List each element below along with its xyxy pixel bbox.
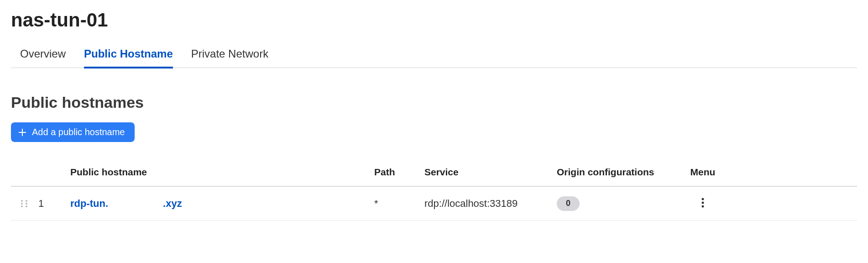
svg-point-3 <box>26 200 27 202</box>
tab-private-network[interactable]: Private Network <box>191 47 268 68</box>
col-hostname-header: Public hostname <box>70 167 374 178</box>
kebab-icon <box>701 198 704 208</box>
hostnames-table: Public hostname Path Service Origin conf… <box>11 162 857 221</box>
tabs: Overview Public Hostname Private Network <box>11 47 857 68</box>
add-button-label: Add a public hostname <box>32 127 125 137</box>
hostname-link[interactable]: rdp-tun..xyz <box>70 198 182 209</box>
section-title: Public hostnames <box>11 94 857 111</box>
page-title: nas-tun-01 <box>11 9 857 31</box>
add-public-hostname-button[interactable]: Add a public hostname <box>11 122 135 142</box>
svg-point-10 <box>702 205 704 208</box>
svg-point-8 <box>702 198 704 200</box>
tab-public-hostname[interactable]: Public Hostname <box>84 47 173 68</box>
svg-point-5 <box>26 203 27 205</box>
col-service-header: Service <box>424 167 557 178</box>
hostname-subdomain: rdp-tun. <box>70 198 108 210</box>
row-service: rdp://localhost:33189 <box>424 198 557 210</box>
svg-point-4 <box>21 203 23 205</box>
col-menu-header: Menu <box>685 167 721 178</box>
svg-point-2 <box>21 200 23 202</box>
svg-point-7 <box>26 205 27 207</box>
table-header: Public hostname Path Service Origin conf… <box>11 162 857 187</box>
origin-config-badge[interactable]: 0 <box>557 196 580 211</box>
hostname-domain: .xyz <box>163 198 182 210</box>
row-index: 1 <box>38 198 70 210</box>
svg-point-6 <box>21 205 23 207</box>
plus-icon <box>18 128 26 137</box>
row-menu-button[interactable] <box>699 195 707 212</box>
col-origin-header: Origin configurations <box>557 167 685 178</box>
row-path: * <box>374 198 424 210</box>
svg-point-9 <box>702 202 704 204</box>
table-row: 1 rdp-tun..xyz * rdp://localhost:33189 0 <box>11 187 857 221</box>
drag-handle-icon[interactable] <box>19 199 29 209</box>
col-path-header: Path <box>374 167 424 178</box>
tab-overview[interactable]: Overview <box>20 47 66 68</box>
